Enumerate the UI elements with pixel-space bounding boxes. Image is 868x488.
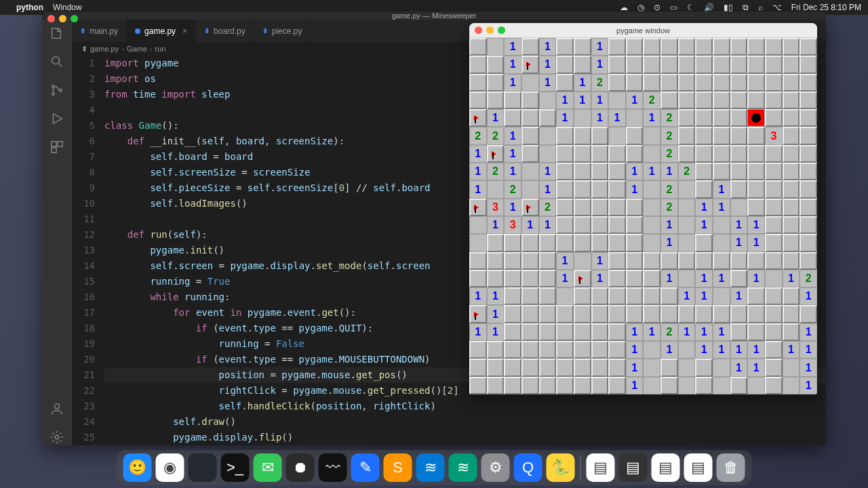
cell-1[interactable]: 1 <box>783 341 800 359</box>
cell[interactable] <box>643 180 660 198</box>
cell[interactable] <box>747 56 765 73</box>
cell[interactable] <box>574 56 591 73</box>
cell-1[interactable]: 1 <box>539 180 557 198</box>
cell-1[interactable]: 1 <box>487 323 505 341</box>
cell[interactable] <box>574 234 591 251</box>
cell[interactable] <box>800 74 817 92</box>
status-record-icon[interactable]: ⊙ <box>654 3 660 12</box>
cell[interactable] <box>643 199 660 216</box>
cell[interactable] <box>678 38 696 56</box>
cell[interactable] <box>678 74 696 92</box>
cell[interactable] <box>800 216 817 234</box>
cell[interactable] <box>783 56 800 73</box>
search-icon[interactable] <box>49 54 65 70</box>
cell[interactable] <box>678 109 696 127</box>
cell[interactable] <box>539 323 557 341</box>
maximize-window-button[interactable] <box>71 15 78 22</box>
cell[interactable] <box>608 145 626 163</box>
cell[interactable] <box>626 199 644 216</box>
tab-board-py[interactable]: ⬍board.py <box>196 20 254 42</box>
menubar-clock[interactable]: Fri Dec 25 8:10 PM <box>791 3 861 12</box>
cell-1[interactable]: 1 <box>800 359 817 376</box>
cell[interactable] <box>591 287 609 305</box>
cell-1[interactable]: 1 <box>730 341 748 359</box>
cell[interactable] <box>626 234 644 251</box>
cell[interactable] <box>765 323 783 341</box>
cell[interactable] <box>765 56 783 73</box>
cell-1[interactable]: 1 <box>591 38 609 56</box>
cell[interactable] <box>695 109 713 127</box>
cell-1[interactable]: 1 <box>730 359 748 376</box>
cell[interactable] <box>574 305 591 323</box>
cell[interactable] <box>469 74 487 92</box>
cell[interactable] <box>800 199 817 216</box>
minesweeper-board[interactable]: 1111111112111121111122212311212111112121… <box>469 38 817 394</box>
cell-2[interactable]: 2 <box>487 163 505 180</box>
cell[interactable] <box>487 252 505 270</box>
cell-1[interactable]: 1 <box>521 216 539 234</box>
cell[interactable] <box>747 38 765 56</box>
cell[interactable] <box>800 145 817 163</box>
cell[interactable] <box>556 305 574 323</box>
cell-1[interactable]: 1 <box>747 270 765 287</box>
cell[interactable] <box>660 377 678 394</box>
cell-flag[interactable] <box>574 270 591 287</box>
cell[interactable] <box>800 252 817 270</box>
cell[interactable] <box>539 287 557 305</box>
dock-app-activity[interactable]: 〰 <box>319 453 347 482</box>
cell-1[interactable]: 1 <box>695 216 713 234</box>
cell[interactable] <box>660 252 678 270</box>
cell[interactable] <box>556 74 574 92</box>
cell[interactable] <box>660 305 678 323</box>
cell[interactable] <box>556 38 574 56</box>
cell[interactable] <box>469 359 487 376</box>
cell-2[interactable]: 2 <box>643 92 660 109</box>
cell[interactable] <box>539 145 557 163</box>
cell-flag[interactable] <box>521 199 539 216</box>
cell[interactable] <box>556 199 574 216</box>
cell[interactable] <box>487 56 505 73</box>
close-tab-icon[interactable]: × <box>182 26 187 36</box>
cell[interactable] <box>608 199 626 216</box>
cell[interactable] <box>730 92 748 109</box>
cell[interactable] <box>469 56 487 73</box>
cell-flag[interactable] <box>487 145 505 163</box>
extensions-icon[interactable] <box>49 139 65 155</box>
cell-1[interactable]: 1 <box>800 341 817 359</box>
cell[interactable] <box>747 145 765 163</box>
cell[interactable] <box>608 216 626 234</box>
cell[interactable] <box>695 305 713 323</box>
cell[interactable] <box>678 234 696 251</box>
cell-1[interactable]: 1 <box>678 287 696 305</box>
cell[interactable] <box>574 163 591 180</box>
cell-1[interactable]: 1 <box>730 287 748 305</box>
cell[interactable] <box>660 74 678 92</box>
cell-2[interactable]: 2 <box>487 127 505 144</box>
cell[interactable] <box>626 74 644 92</box>
cell-1[interactable]: 1 <box>487 305 505 323</box>
cell[interactable] <box>487 270 505 287</box>
cell[interactable] <box>695 145 713 163</box>
cell-1[interactable]: 1 <box>539 56 557 73</box>
cell-3[interactable]: 3 <box>504 216 521 234</box>
cell[interactable] <box>556 359 574 376</box>
cell[interactable] <box>504 252 521 270</box>
cell[interactable] <box>765 305 783 323</box>
cell[interactable] <box>800 234 817 251</box>
cell[interactable] <box>713 38 730 56</box>
cell[interactable] <box>747 180 765 198</box>
cell-1[interactable]: 1 <box>695 287 713 305</box>
cell[interactable] <box>783 252 800 270</box>
cell[interactable] <box>747 163 765 180</box>
cell[interactable] <box>556 163 574 180</box>
cell[interactable] <box>765 109 783 127</box>
cell[interactable] <box>556 216 574 234</box>
cell[interactable] <box>539 234 557 251</box>
dock-app-settings[interactable]: ⚙ <box>481 453 510 482</box>
dock-app-vscode[interactable]: ≋ <box>416 453 445 482</box>
cell[interactable] <box>539 252 557 270</box>
cell-1[interactable]: 1 <box>539 38 557 56</box>
accounts-icon[interactable] <box>49 401 65 417</box>
cell[interactable] <box>539 377 557 394</box>
close-window-button[interactable] <box>47 15 55 22</box>
